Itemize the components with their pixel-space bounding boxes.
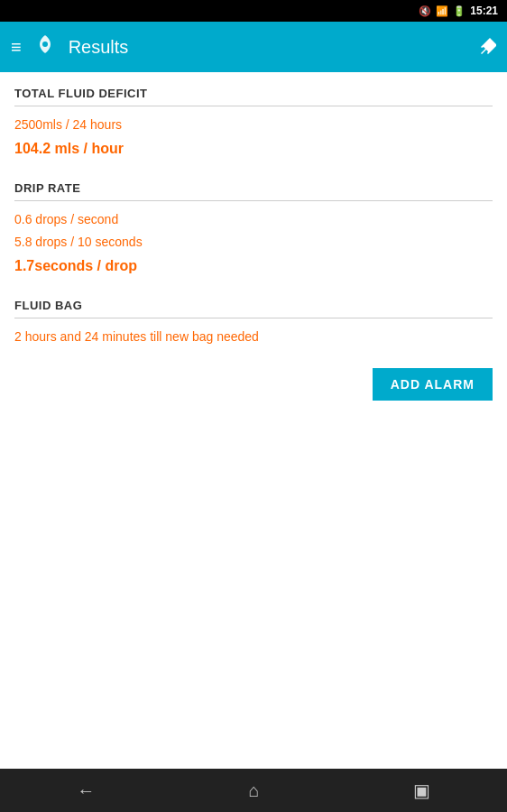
total-fluid-deficit-line1: 2500mls / 24 hours [14, 115, 493, 134]
app-bar-left: ≡ Results [11, 32, 128, 62]
status-time: 15:21 [470, 5, 498, 17]
bottom-nav: ← ⌂ ▣ [0, 769, 507, 812]
drip-rate-section: DRIP RATE 0.6 drops / second 5.8 drops /… [14, 181, 493, 277]
add-alarm-button[interactable]: ADD ALARM [373, 368, 493, 401]
total-fluid-deficit-line2: 104.2 mls / hour [14, 138, 493, 160]
pin-icon[interactable] [475, 34, 496, 60]
app-bar-title: Results [69, 37, 129, 58]
svg-point-0 [42, 42, 48, 47]
button-row: ADD ALARM [14, 368, 493, 401]
drip-rate-line3: 1.7seconds / drop [14, 255, 493, 277]
total-fluid-deficit-header: TOTAL FLUID DEFICIT [14, 87, 493, 106]
app-logo [32, 32, 58, 62]
wifi-icon: 📶 [436, 5, 448, 17]
home-button[interactable]: ⌂ [248, 780, 259, 801]
mute-icon: 🔇 [419, 5, 431, 17]
drip-rate-line2: 5.8 drops / 10 seconds [14, 233, 493, 252]
battery-icon: 🔋 [453, 5, 466, 17]
status-icons: 🔇 📶 🔋 15:21 [419, 5, 498, 17]
fluid-bag-section: FLUID BAG 2 hours and 24 minutes till ne… [14, 299, 493, 346]
main-content: TOTAL FLUID DEFICIT 2500mls / 24 hours 1… [0, 72, 507, 769]
fluid-bag-header: FLUID BAG [14, 299, 493, 318]
fluid-bag-line1: 2 hours and 24 minutes till new bag need… [14, 328, 493, 346]
app-bar: ≡ Results [0, 22, 507, 72]
menu-icon[interactable]: ≡ [11, 38, 22, 56]
drip-rate-line1: 0.6 drops / second [14, 210, 493, 229]
total-fluid-deficit-section: TOTAL FLUID DEFICIT 2500mls / 24 hours 1… [14, 87, 493, 160]
recent-apps-button[interactable]: ▣ [413, 780, 430, 801]
drip-rate-header: DRIP RATE [14, 181, 493, 201]
status-bar: 🔇 📶 🔋 15:21 [0, 0, 507, 22]
back-button[interactable]: ← [77, 780, 95, 801]
